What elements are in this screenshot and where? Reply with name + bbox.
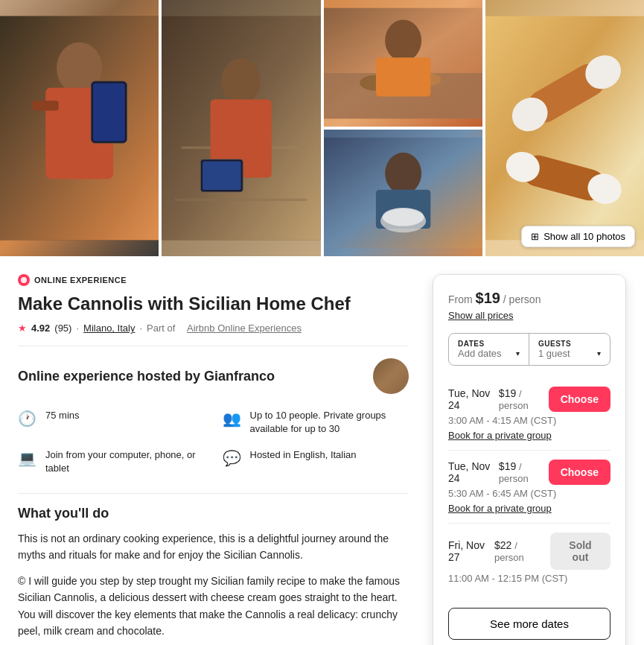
dates-cell[interactable]: DATES Add dates ▾ — [449, 334, 529, 365]
photo-5[interactable] — [485, 0, 644, 256]
photo-grid: ⊞ Show all 10 photos — [0, 0, 644, 256]
guests-label: GUESTS — [538, 340, 601, 348]
device-text: Join from your computer, phone, or table… — [45, 448, 205, 475]
laptop-icon: 💻 — [18, 449, 36, 467]
slot-3-time: 11:00 AM - 12:15 PM (CST) — [448, 573, 567, 584]
slot-3-header: Fri, Nov 27 $22 / person Sold out — [448, 533, 610, 570]
slot-3-price: $22 / person — [494, 539, 543, 563]
svg-point-26 — [382, 208, 424, 226]
photo-4[interactable] — [324, 130, 482, 256]
time-slots-container: Tue, Nov 24 $19 / person Choose 3:00 AM … — [448, 378, 610, 596]
svg-rect-4 — [33, 101, 59, 110]
svg-rect-21 — [375, 57, 430, 96]
slot-2-header: Tue, Nov 24 $19 / person Choose — [448, 460, 610, 485]
part-of-text: Part of — [147, 322, 175, 334]
svg-rect-7 — [93, 83, 125, 142]
time-slot-2: Tue, Nov 24 $19 / person Choose 5:30 AM … — [448, 451, 610, 524]
slot-2-detail: 5:30 AM - 6:45 AM (CST) — [448, 488, 610, 499]
time-slot-1: Tue, Nov 24 $19 / person Choose 3:00 AM … — [448, 378, 610, 451]
dates-value: Add dates ▾ — [458, 348, 520, 359]
from-label: From — [448, 293, 473, 305]
rating-row: ★ 4.92 (95) · Milano, Italy · Part of Ai… — [18, 322, 409, 334]
svg-point-34 — [21, 277, 27, 283]
slot-2-private-link[interactable]: Book for a private group — [448, 503, 552, 514]
group-size-text: Up to 10 people. Private groups availabl… — [250, 409, 409, 436]
host-avatar[interactable] — [373, 358, 409, 394]
description-2: © I will guide you step by step trought … — [18, 573, 409, 640]
host-section: Online experience hosted by Gianfranco — [18, 358, 409, 394]
rating-score: 4.92 — [31, 322, 50, 334]
dot-separator-2: · — [139, 322, 142, 334]
base-price: $19 — [476, 290, 500, 306]
rating-count: (95) — [54, 322, 71, 334]
slot-3-detail: 11:00 AM - 12:15 PM (CST) — [448, 573, 610, 584]
slot-1-choose-button[interactable]: Choose — [549, 387, 610, 412]
svg-rect-11 — [175, 198, 307, 200]
show-all-photos-button[interactable]: ⊞ Show all 10 photos — [521, 226, 635, 247]
dates-label: DATES — [458, 340, 520, 348]
badge-label: ONLINE EXPERIENCE — [34, 276, 127, 285]
main-photo[interactable] — [0, 0, 159, 256]
time-slot-3: Fri, Nov 27 $22 / person Sold out 11:00 … — [448, 524, 610, 596]
svg-point-12 — [222, 58, 261, 104]
show-prices-link[interactable]: Show all prices — [448, 310, 610, 321]
group-icon: 👥 — [223, 410, 241, 428]
svg-rect-15 — [203, 162, 241, 190]
slot-1-price: $19 / person — [499, 387, 541, 411]
star-icon: ★ — [18, 322, 27, 334]
svg-point-20 — [385, 19, 421, 61]
divider-1 — [18, 346, 409, 346]
date-guest-grid: DATES Add dates ▾ GUESTS 1 guest ▾ — [448, 333, 610, 366]
slot-1-time: 3:00 AM - 4:15 AM (CST) — [448, 415, 556, 426]
host-title: Online experience hosted by Gianfranco — [18, 369, 275, 384]
online-icon — [18, 274, 30, 286]
airbnb-experiences-link[interactable]: Airbnb Online Experiences — [187, 322, 302, 334]
divider-2 — [18, 493, 409, 494]
feature-device: 💻 Join from your computer, phone, or tab… — [18, 448, 205, 475]
guests-count: 1 guest — [538, 348, 570, 359]
slot-1-date: Tue, Nov 24 — [448, 387, 499, 411]
see-more-dates-button[interactable]: See more dates — [448, 608, 610, 640]
price-row: From $19 / person — [448, 290, 610, 307]
left-content: ONLINE EXPERIENCE Make Cannolis with Sic… — [18, 274, 409, 645]
slot-1-detail: 3:00 AM - 4:15 AM (CST) — [448, 415, 610, 426]
location-link[interactable]: Milano, Italy — [83, 322, 135, 334]
svg-rect-27 — [485, 16, 644, 241]
grid-icon: ⊞ — [531, 231, 539, 242]
experience-title: Make Cannolis with Sicilian Home Chef — [18, 292, 409, 315]
clock-icon: 🕐 — [18, 410, 36, 428]
feature-duration: 🕐 75 mins — [18, 409, 205, 436]
slot-3-date: Fri, Nov 27 — [448, 539, 494, 563]
photo-2[interactable] — [162, 0, 320, 256]
slot-1-header: Tue, Nov 24 $19 / person Choose — [448, 387, 610, 412]
dates-placeholder: Add dates — [458, 348, 502, 359]
slot-2-date: Tue, Nov 24 — [448, 460, 499, 484]
dates-chevron: ▾ — [516, 349, 520, 358]
slot-1-private-link[interactable]: Book for a private group — [448, 430, 552, 441]
photo-3[interactable] — [324, 0, 482, 127]
dot-separator: · — [76, 322, 79, 334]
show-photos-label: Show all 10 photos — [543, 231, 625, 242]
slot-2-choose-button[interactable]: Choose — [549, 460, 610, 485]
svg-point-23 — [385, 153, 421, 194]
guests-value: 1 guest ▾ — [538, 348, 601, 359]
feature-language: 💬 Hosted in English, Italian — [223, 448, 409, 475]
feature-group-size: 👥 Up to 10 people. Private groups availa… — [223, 409, 409, 436]
booking-card: From $19 / person Show all prices DATES … — [433, 274, 626, 645]
slot-2-price: $19 / person — [499, 460, 541, 484]
duration-text: 75 mins — [45, 409, 80, 422]
what-section-title: What you'll do — [18, 506, 409, 521]
online-badge: ONLINE EXPERIENCE — [18, 274, 409, 286]
right-panel: From $19 / person Show all prices DATES … — [433, 274, 626, 645]
slot-3-soldout-button: Sold out — [550, 533, 610, 570]
chat-icon: 💬 — [223, 449, 241, 467]
per-person-label: / person — [503, 293, 541, 305]
features-grid: 🕐 75 mins 👥 Up to 10 people. Private gro… — [18, 409, 409, 475]
slot-2-time: 5:30 AM - 6:45 AM (CST) — [448, 488, 556, 499]
description-1: This is not an ordinary cooking experien… — [18, 530, 409, 564]
language-text: Hosted in English, Italian — [250, 448, 357, 462]
guests-cell[interactable]: GUESTS 1 guest ▾ — [529, 334, 610, 365]
guests-chevron: ▾ — [597, 349, 601, 358]
